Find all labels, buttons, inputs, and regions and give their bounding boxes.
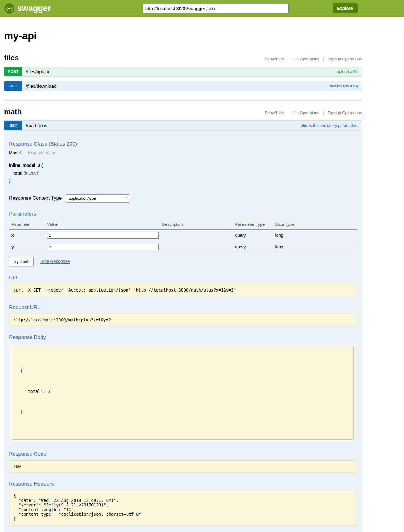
curl-command: curl -X GET --header 'Accept: applicatio…	[9, 284, 357, 296]
response-class-heading: Response Class (Status 200)	[9, 141, 357, 147]
response-body-heading: Response Body	[9, 334, 357, 341]
model-signature: inline_model_0 { total (integer) }	[9, 162, 357, 184]
hide-response-link[interactable]: Hide Response	[40, 259, 70, 264]
param-type: query	[235, 241, 275, 253]
operation-summary-link[interactable]: downloads a file	[330, 84, 358, 88]
parameter-row-y: y query long	[9, 241, 357, 253]
content-wrap: my-api files Show/Hide List Operations E…	[4, 30, 362, 532]
resource-math: math Show/Hide List Operations Expand Op…	[4, 107, 362, 532]
response-headers-heading: Response Headers	[9, 481, 357, 487]
spec-url-input[interactable]	[143, 4, 289, 13]
control-separator	[323, 111, 324, 115]
operation-summary-link[interactable]: plus with spec query parameters	[301, 123, 358, 128]
method-badge-get: GET	[4, 81, 22, 91]
page-title: my-api	[4, 30, 362, 42]
param-description	[162, 241, 235, 253]
selected-content-type: application/json	[68, 196, 96, 201]
operation-path-link[interactable]: /math/plus	[26, 123, 47, 128]
list-operations-link[interactable]: List Operations	[292, 57, 319, 61]
parameter-row-x: x query long	[9, 229, 357, 241]
control-separator	[288, 57, 288, 61]
response-code-value: 200	[9, 460, 357, 473]
expand-operations-link[interactable]: Expand Operations	[328, 111, 362, 115]
param-data-type: long	[275, 241, 357, 253]
response-code-heading: Response Code	[9, 451, 357, 457]
resource-name-math[interactable]: math	[4, 107, 22, 116]
operation-heading: POST /files/upload upload a file	[4, 66, 362, 77]
property-name: total	[13, 171, 22, 175]
col-parameter: Parameter	[9, 220, 47, 229]
method-badge-post: POST	[4, 67, 22, 76]
select-arrows-icon: ▲▼	[126, 196, 128, 200]
request-url-value: http://localhost:3000/math/plus?x=1&y=2	[9, 314, 357, 326]
property-type: (integer)	[23, 171, 39, 175]
resource-files-controls: Show/Hide List Operations Expand Operati…	[265, 57, 362, 61]
parameters-header-row: Parameter Value Description Parameter Ty…	[9, 220, 357, 229]
explore-button[interactable]: Explore	[333, 3, 358, 13]
operation-get-files-download: GET /files/download downloads a file	[4, 81, 362, 91]
col-value: Value	[47, 220, 162, 229]
request-url-heading: Request URL	[9, 304, 357, 311]
resource-divider	[4, 100, 362, 101]
json-total-value: 3	[48, 389, 50, 394]
try-it-out-row: Try it out! Hide Response	[9, 257, 357, 266]
operation-path-link[interactable]: /files/upload	[26, 69, 50, 74]
json-total-key: "total":	[20, 389, 48, 394]
control-separator	[323, 57, 324, 61]
response-content-type-label: Response Content Type	[9, 195, 62, 201]
col-parameter-type: Parameter Type	[235, 220, 275, 229]
tab-model[interactable]: Model	[9, 150, 24, 155]
header-bar: {⋯} swagger Explore	[0, 0, 404, 17]
resource-name-files[interactable]: files	[4, 54, 19, 62]
swagger-brand-link[interactable]: {⋯} swagger	[4, 3, 51, 14]
param-name: y	[9, 241, 47, 253]
operation-post-files-upload: POST /files/upload upload a file	[4, 66, 362, 77]
control-separator	[288, 111, 288, 115]
operation-panel: Response Class (Status 200) Model Exampl…	[4, 131, 362, 532]
operation-heading: GET /files/download downloads a file	[4, 81, 362, 91]
curl-heading: Curl	[9, 275, 357, 281]
json-close: }	[20, 409, 23, 414]
operation-get-math-plus: GET /math/plus plus with spec query para…	[4, 120, 362, 532]
resource-math-header: math Show/Hide List Operations Expand Op…	[4, 107, 362, 116]
col-data-type: Data Type	[275, 220, 357, 229]
operation-path-link[interactable]: /files/download	[26, 83, 56, 89]
response-body-container: { "total": 3 }	[9, 344, 357, 443]
response-content-type-row: Response Content Type application/json ▲…	[9, 194, 357, 203]
swagger-logo-icon: {⋯}	[4, 3, 14, 14]
model-tabs: Model Example Value	[9, 150, 357, 155]
try-it-out-button[interactable]: Try it out!	[9, 257, 34, 266]
resource-files-header: files Show/Hide List Operations Expand O…	[4, 54, 362, 62]
parameters-table: Parameter Value Description Parameter Ty…	[9, 220, 357, 253]
model-property: total (integer)	[9, 169, 357, 177]
show-hide-link[interactable]: Show/Hide	[265, 57, 284, 61]
tab-example-value[interactable]: Example Value	[24, 150, 56, 155]
param-name: x	[9, 229, 47, 241]
param-data-type: long	[275, 229, 357, 241]
operation-heading: GET /math/plus plus with spec query para…	[4, 120, 362, 131]
param-x-input[interactable]	[47, 232, 159, 239]
resource-math-controls: Show/Hide List Operations Expand Operati…	[265, 111, 362, 115]
response-headers-json: { "date": "Wed, 22 Aug 2018 18:49:13 GMT…	[9, 490, 357, 526]
param-y-input[interactable]	[47, 244, 159, 250]
show-hide-link[interactable]: Show/Hide	[265, 111, 284, 115]
response-content-type-select[interactable]: application/json ▲▼	[65, 194, 130, 203]
model-open: inline_model_0 {	[9, 162, 357, 169]
list-operations-link[interactable]: List Operations	[292, 111, 319, 115]
param-description	[162, 229, 235, 241]
expand-operations-link[interactable]: Expand Operations	[328, 57, 362, 61]
parameters-heading: Parameters	[9, 211, 357, 217]
col-description: Description	[162, 220, 235, 229]
json-open: {	[20, 368, 23, 373]
brand-title: swagger	[17, 4, 51, 13]
model-close: }	[9, 177, 357, 184]
method-badge-get: GET	[4, 121, 22, 130]
param-type: query	[235, 229, 275, 241]
operation-summary-link[interactable]: upload a file	[337, 69, 358, 74]
resource-files: files Show/Hide List Operations Expand O…	[4, 54, 362, 91]
response-body-json: { "total": 3 }	[12, 347, 354, 440]
